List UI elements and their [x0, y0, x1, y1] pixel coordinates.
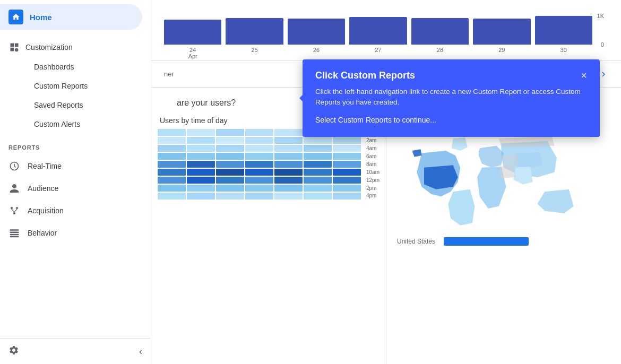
reports-section-label: REPORTS: [0, 142, 151, 155]
time-label-1: 2am: [366, 137, 380, 143]
tooltip-header: Click Custom Reports ×: [315, 70, 587, 81]
time-label-2: 4am: [366, 145, 380, 151]
heatmap-cell: [304, 185, 332, 192]
main-content: 1K 0 24Apr 25 26 27 28 29 30: [151, 0, 621, 364]
heatmap-cell: [274, 185, 303, 192]
country-bar-row: United States: [393, 235, 615, 248]
branch-icon: [8, 205, 20, 216]
home-icon: [8, 10, 23, 24]
heatmap-cell: [274, 145, 303, 152]
bar-1: [226, 18, 283, 45]
x-label-2: 26: [288, 47, 345, 59]
heatmap-cell: [216, 153, 244, 160]
chart-y-max: 1K: [597, 13, 604, 19]
heatmap-cell: [274, 129, 303, 136]
bar-5: [473, 19, 530, 45]
time-label-7: 2pm: [366, 185, 380, 191]
heatmap-cell: [158, 169, 186, 176]
x-label-3: 27: [349, 47, 407, 59]
heatmap-cell: [216, 169, 244, 176]
heatmap-cell: [333, 161, 361, 168]
bar-3: [349, 17, 407, 45]
customization-subnav: Dashboards Custom Reports Saved Reports …: [0, 57, 151, 134]
heatmap-cell: [187, 193, 215, 200]
heatmap-cell: [158, 185, 186, 192]
heatmap-cell: [187, 153, 215, 160]
x-label-4: 28: [411, 47, 469, 59]
heatmap-cell: [187, 161, 215, 168]
sidebar-item-customization[interactable]: Customization: [0, 37, 151, 57]
heatmap-cell: [158, 161, 186, 168]
heatmap-cell: [245, 129, 273, 136]
tooltip-close-button[interactable]: ×: [581, 70, 587, 81]
bar-chart: [164, 6, 608, 45]
top-chart-area: 1K 0 24Apr 25 26 27 28 29 30: [151, 0, 621, 61]
bar-0: [164, 20, 221, 45]
heatmap-cell: [304, 153, 332, 160]
heatmap-cell: [333, 137, 361, 144]
sidebar-item-home[interactable]: Home: [0, 4, 142, 30]
sidebar: Home Customization Dashboards Custom Rep…: [0, 0, 151, 364]
sidebar-item-dashboards[interactable]: Dashboards: [25, 57, 151, 76]
audience-label: Audience: [28, 184, 58, 193]
person-icon: [8, 183, 20, 194]
map-panel: Sessions by country: [386, 108, 621, 364]
sidebar-item-acquisition[interactable]: Acquisition: [0, 200, 151, 222]
svg-rect-7: [10, 234, 19, 236]
heatmap-cell: [333, 185, 361, 192]
x-label-1: 25: [226, 47, 283, 59]
heatmap-cell: [245, 161, 273, 168]
collapse-icon[interactable]: ‹: [139, 346, 142, 357]
heatmap-cell: [304, 161, 332, 168]
heatmap-cell: [274, 177, 303, 184]
heatmap-cell: [158, 129, 186, 136]
sidebar-item-saved-reports[interactable]: Saved Reports: [25, 96, 151, 115]
tooltip-cta: Select Custom Reports to continue...: [315, 116, 587, 124]
svg-point-1: [16, 207, 18, 209]
gear-icon[interactable]: [8, 345, 19, 358]
svg-rect-8: [10, 236, 19, 238]
heatmap-cell: [304, 145, 332, 152]
heatmap-cell: [187, 169, 215, 176]
heatmap-cell: [274, 193, 303, 200]
svg-point-0: [11, 207, 13, 209]
acquisition-label: Acquisition: [28, 206, 64, 215]
heatmap-cell: [304, 169, 332, 176]
heatmap-cell: [304, 137, 332, 144]
heatmap-cell: [187, 145, 215, 152]
sidebar-item-behavior[interactable]: Behavior: [0, 222, 151, 244]
time-label-4: 8am: [366, 161, 380, 167]
heatmap-container: 12am 2am 4am 6am 8am 10am 12pm 2pm 4pm: [158, 129, 380, 200]
heatmap-cell: [158, 193, 186, 200]
sidebar-item-realtime[interactable]: Real-Time: [0, 155, 151, 177]
heatmap-panel: Users by time of day: [151, 108, 386, 364]
heatmap-cell: [245, 193, 273, 200]
behavior-label: Behavior: [28, 229, 57, 237]
heatmap-cell: [216, 161, 244, 168]
heatmap-cell: [187, 177, 215, 184]
tooltip-title: Click Custom Reports: [315, 70, 415, 81]
heatmap-cell: [333, 153, 361, 160]
time-label-5: 10am: [366, 169, 380, 175]
sidebar-item-custom-alerts[interactable]: Custom Alerts: [25, 115, 151, 134]
dashboard-area: Users by time of day: [151, 108, 621, 364]
bar-2: [288, 19, 345, 45]
heatmap-cell: [274, 169, 303, 176]
heatmap-cell: [274, 161, 303, 168]
heatmap-cell: [216, 177, 244, 184]
heatmap-cell: [245, 169, 273, 176]
heatmap-time-labels: 12am 2am 4am 6am 8am 10am 12pm 2pm 4pm: [366, 129, 380, 200]
customization-icon: [8, 41, 20, 53]
home-label: Home: [30, 13, 52, 22]
tooltip-popup: Click Custom Reports × Click the left-ha…: [303, 59, 600, 137]
sidebar-item-audience[interactable]: Audience: [0, 177, 151, 200]
country-label: United States: [397, 238, 439, 245]
time-label-8: 4pm: [366, 193, 380, 198]
sidebar-item-custom-reports[interactable]: Custom Reports: [25, 76, 151, 96]
heatmap-cell: [216, 193, 244, 200]
svg-point-2: [13, 212, 15, 214]
bar-6: [535, 16, 592, 45]
heatmap-cell: [333, 169, 361, 176]
heatmap-grid: [158, 129, 361, 200]
svg-rect-5: [10, 229, 19, 231]
